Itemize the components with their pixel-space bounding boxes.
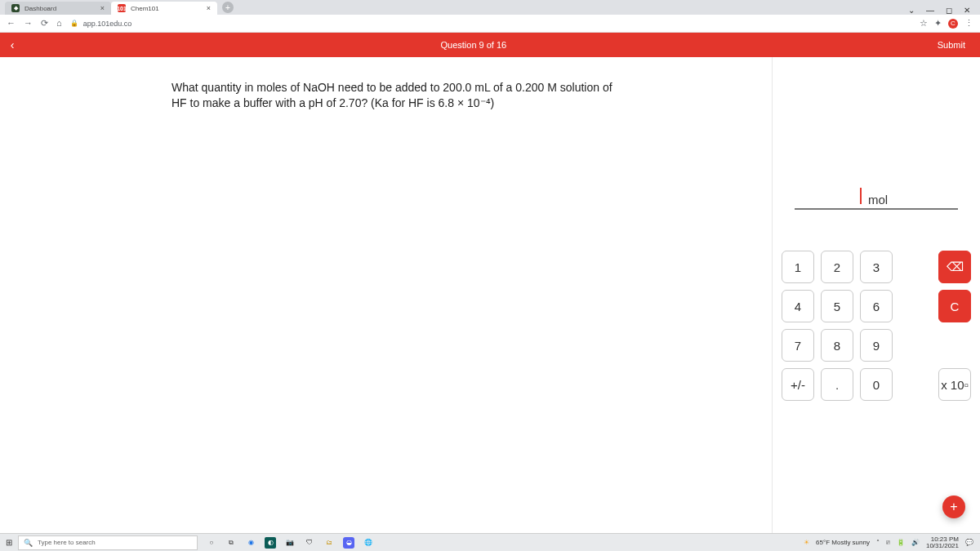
search-icon: 🔍	[24, 539, 33, 547]
notifications-icon[interactable]: 💬	[965, 539, 973, 546]
camera-icon[interactable]: 📷	[284, 537, 296, 549]
chem101-favicon: 101	[118, 4, 126, 12]
chem-extension-icon[interactable]: C	[948, 19, 958, 29]
url-box[interactable]: 🔒 app.101edu.co	[70, 20, 911, 28]
question-text: What quantity in moles of NaOH need to b…	[172, 80, 612, 111]
system-tray: ☀ 65°F Mostly sunny ˄ ⎚ 🔋 🔊 10:23 PM 10/…	[804, 536, 980, 549]
submit-button[interactable]: Submit	[923, 40, 980, 50]
cortana-icon[interactable]: ○	[206, 537, 217, 549]
back-icon[interactable]: ←	[7, 18, 16, 29]
answer-panel: mol 1 2 3 ⌫ 4 5 6 C 7 8 9 +/- . 0 x 10▫ …	[772, 57, 980, 533]
main-area: What quantity in moles of NaOH need to b…	[0, 57, 980, 533]
key-0[interactable]: 0	[860, 368, 893, 401]
url-text: app.101edu.co	[83, 20, 132, 28]
battery-icon[interactable]: 🔋	[897, 539, 905, 546]
key-9[interactable]: 9	[860, 329, 893, 362]
extensions-icon[interactable]: ✦	[934, 18, 942, 29]
keypad: 1 2 3 ⌫ 4 5 6 C 7 8 9 +/- . 0 x 10▫	[787, 251, 965, 401]
tab-dashboard[interactable]: ◆ Dashboard ×	[5, 2, 111, 15]
tab-label: Chem101	[131, 5, 159, 12]
address-bar: ← → ⟳ ⌂ 🔒 app.101edu.co ☆ ✦ C ⋮	[0, 15, 980, 33]
explorer-icon[interactable]: 🗂	[323, 537, 335, 549]
answer-unit: mol	[868, 193, 888, 207]
key-1[interactable]: 1	[782, 251, 814, 283]
maximize-icon[interactable]: ◻	[946, 6, 952, 15]
chevron-down-icon[interactable]: ⌄	[908, 6, 915, 15]
taskbar-search[interactable]: 🔍 Type here to search	[18, 535, 198, 550]
search-placeholder: Type here to search	[38, 539, 96, 546]
discord-icon[interactable]: ◒	[343, 537, 354, 549]
taskbar: ⊞ 🔍 Type here to search ○ ⧉ ◉ ◐ 📷 🛡 🗂 ◒ …	[0, 533, 980, 551]
key-2[interactable]: 2	[821, 251, 853, 283]
menu-icon[interactable]: ⋮	[964, 18, 973, 29]
key-exponent[interactable]: x 10▫	[938, 368, 971, 401]
answer-input[interactable]: mol	[795, 188, 958, 210]
weather-icon[interactable]: ☀	[804, 539, 809, 546]
forward-icon[interactable]: →	[24, 18, 33, 29]
key-3[interactable]: 3	[860, 251, 893, 283]
clock[interactable]: 10:23 PM 10/31/2021	[926, 536, 959, 549]
weather-text[interactable]: 65°F Mostly sunny	[816, 539, 870, 546]
question-panel: What quantity in moles of NaOH need to b…	[0, 57, 772, 533]
close-icon[interactable]: ×	[100, 4, 105, 12]
key-5[interactable]: 5	[821, 290, 853, 322]
tab-chem101[interactable]: 101 Chem101 ×	[111, 2, 217, 15]
app-icon[interactable]: ◐	[265, 537, 276, 549]
window-controls: ⌄ — ◻ ✕	[908, 6, 980, 15]
date-text: 10/31/2021	[926, 543, 959, 549]
edge-icon[interactable]: 🌐	[363, 537, 374, 549]
volume-icon[interactable]: 🔊	[911, 539, 920, 546]
key-4[interactable]: 4	[782, 290, 814, 322]
key-7[interactable]: 7	[782, 329, 814, 362]
close-icon[interactable]: ×	[207, 4, 211, 12]
chrome-icon[interactable]: ◉	[245, 537, 256, 549]
key-backspace[interactable]: ⌫	[938, 251, 971, 283]
app-header: ‹ Question 9 of 16 Submit	[0, 33, 980, 57]
key-6[interactable]: 6	[860, 290, 893, 322]
text-cursor	[860, 188, 862, 204]
browser-chrome: ◆ Dashboard × 101 Chem101 × + ⌄ — ◻ ✕ ← …	[0, 0, 980, 33]
home-icon[interactable]: ⌂	[56, 18, 62, 29]
reload-icon[interactable]: ⟳	[41, 18, 48, 29]
tray-chevron-icon[interactable]: ˄	[876, 539, 880, 546]
app-icon-2[interactable]: 🛡	[304, 537, 315, 549]
lock-icon: 🔒	[70, 20, 78, 27]
tab-label: Dashboard	[24, 5, 56, 12]
key-clear[interactable]: C	[938, 290, 971, 322]
add-fab-button[interactable]: +	[942, 495, 965, 518]
key-dot[interactable]: .	[821, 368, 853, 401]
task-view-icon[interactable]: ⧉	[225, 537, 237, 549]
star-icon[interactable]: ☆	[920, 18, 928, 29]
taskbar-apps: ○ ⧉ ◉ ◐ 📷 🛡 🗂 ◒ 🌐	[206, 537, 374, 549]
key-8[interactable]: 8	[821, 329, 853, 362]
new-tab-button[interactable]: +	[222, 2, 234, 13]
project-icon[interactable]: ⎚	[886, 539, 890, 546]
key-plus-minus[interactable]: +/-	[782, 368, 814, 401]
tab-strip: ◆ Dashboard × 101 Chem101 × + ⌄ — ◻ ✕	[0, 0, 980, 15]
dashboard-favicon: ◆	[11, 4, 20, 12]
start-button[interactable]: ⊞	[0, 538, 18, 547]
question-counter: Question 9 of 16	[24, 40, 923, 50]
close-window-icon[interactable]: ✕	[964, 6, 970, 15]
back-button[interactable]: ‹	[0, 38, 24, 51]
minimize-icon[interactable]: —	[926, 6, 934, 15]
